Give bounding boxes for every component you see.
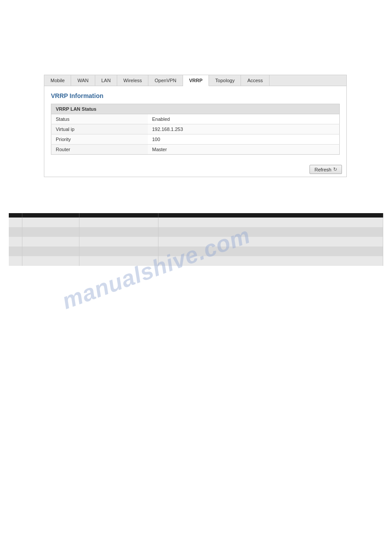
cell [158, 256, 383, 266]
table-row: Priority 100 [51, 134, 340, 145]
cell [79, 227, 158, 237]
col-header-3 [79, 213, 158, 218]
bottom-table [9, 213, 383, 266]
col-header-1 [9, 213, 22, 218]
row-value-priority: 100 [148, 134, 340, 145]
row-value-router: Master [148, 145, 340, 155]
cell [9, 218, 22, 227]
tab-mobile[interactable]: Mobile [44, 75, 71, 86]
table-row [9, 237, 383, 247]
table-row [9, 247, 383, 256]
cell [79, 256, 158, 266]
row-value-virtualip: 192.168.1.253 [148, 124, 340, 134]
refresh-area: Refresh ↻ [44, 161, 346, 177]
cell [79, 237, 158, 247]
cell [158, 218, 383, 227]
content-area: VRRP Information VRRP LAN Status Status … [44, 86, 346, 161]
table-row [9, 256, 383, 266]
table-row: Router Master [51, 145, 340, 155]
refresh-label: Refresh [314, 167, 331, 172]
cell [79, 247, 158, 256]
info-table: Status Enabled Virtual ip 192.168.1.253 … [51, 114, 340, 155]
refresh-icon: ↻ [333, 167, 337, 172]
cell [9, 227, 22, 237]
table-row: Virtual ip 192.168.1.253 [51, 124, 340, 134]
cell [158, 237, 383, 247]
cell [22, 227, 79, 237]
row-label-priority: Priority [51, 134, 148, 145]
table-row [9, 227, 383, 237]
table-row [9, 218, 383, 227]
cell [79, 218, 158, 227]
tab-wan[interactable]: WAN [71, 75, 95, 86]
tab-wireless[interactable]: Wireless [117, 75, 148, 86]
tab-lan[interactable]: LAN [95, 75, 117, 86]
cell [158, 227, 383, 237]
cell [9, 237, 22, 247]
table-section-header: VRRP LAN Status [51, 104, 340, 114]
tab-bar: Mobile WAN LAN Wireless OpenVPN VRRP Top… [44, 75, 346, 86]
cell [22, 237, 79, 247]
row-label-router: Router [51, 145, 148, 155]
cell [9, 247, 22, 256]
cell [158, 247, 383, 256]
tab-access[interactable]: Access [241, 75, 269, 86]
tab-topology[interactable]: Topology [209, 75, 241, 86]
cell [22, 256, 79, 266]
tab-openvpn[interactable]: OpenVPN [148, 75, 183, 86]
cell [22, 247, 79, 256]
cell [22, 218, 79, 227]
main-panel: Mobile WAN LAN Wireless OpenVPN VRRP Top… [44, 75, 347, 177]
row-label-status: Status [51, 114, 148, 124]
col-header-2 [22, 213, 79, 218]
tab-vrrp[interactable]: VRRP [183, 75, 209, 86]
row-label-virtualip: Virtual ip [51, 124, 148, 134]
cell [9, 256, 22, 266]
bottom-table-wrapper [9, 213, 383, 266]
col-header-4 [158, 213, 383, 218]
refresh-button[interactable]: Refresh ↻ [309, 165, 342, 174]
table-row: Status Enabled [51, 114, 340, 124]
page-wrapper: Mobile WAN LAN Wireless OpenVPN VRRP Top… [0, 0, 392, 555]
section-title: VRRP Information [51, 92, 340, 99]
row-value-status: Enabled [148, 114, 340, 124]
